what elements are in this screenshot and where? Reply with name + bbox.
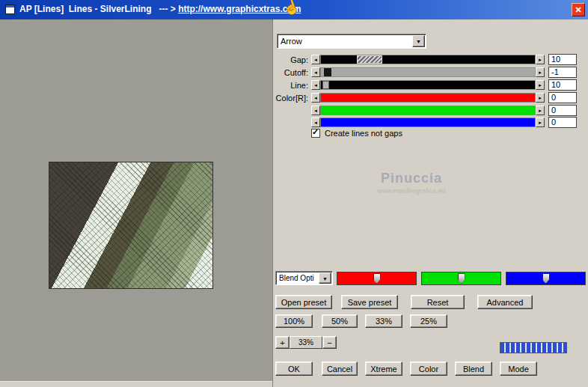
mode-button[interactable]: Mode [500,362,537,376]
progress-meter [500,342,567,353]
open-preset-button[interactable]: Open preset [275,295,332,309]
zoom-in-button[interactable]: + [275,336,290,349]
watermark-name: Pinuccia [329,171,494,186]
color-r-left-arrow-button[interactable]: ◄ [311,93,320,103]
line-slider-track[interactable] [320,80,536,90]
cancel-button[interactable]: Cancel [322,362,358,376]
color-g-left-arrow-button[interactable]: ◄ [311,106,320,115]
dialog-bottom-frame [0,381,272,387]
color-r-slider-track[interactable] [320,93,536,103]
shape-dropdown[interactable]: Arrow ▼ [277,34,426,49]
create-lines-checkbox[interactable]: ✓ [311,129,320,138]
slider-row-color-r: Color[R]: ◄ ► 0 [272,93,579,103]
line-right-arrow-button[interactable]: ► [536,80,545,90]
zoom-33-button[interactable]: 33% [365,314,402,328]
zoom-25-button[interactable]: 25% [410,314,447,328]
line-slider-thumb[interactable] [322,81,329,89]
xtreme-button[interactable]: Xtreme [365,362,402,376]
preview-panel [0,19,272,381]
color-g-value-field[interactable]: 0 [548,105,577,116]
gap-slider-track[interactable] [320,55,536,64]
slider-row-gap: Gap: ◄ ► 10 [272,55,579,65]
color-b-right-arrow-button[interactable]: ► [536,118,545,127]
hand-cursor-icon: ☝ [281,0,301,18]
cutoff-value-field[interactable]: -1 [548,67,577,78]
line-slider-label: Line: [272,81,308,90]
blend-options-dropdown[interactable]: Blend Opti ▼ [275,271,333,285]
shape-dropdown-value: Arrow [281,37,302,46]
zoom-level-display: 33% [290,336,322,349]
blend-button[interactable]: Blend [455,362,492,376]
chevron-down-icon[interactable]: ▼ [319,272,331,284]
red-channel-slider-thumb[interactable] [373,273,381,284]
app-icon [5,4,15,14]
zoom-50-button[interactable]: 50% [322,314,358,328]
chevron-down-icon[interactable]: ▼ [412,35,425,47]
blue-channel-bar[interactable] [506,272,586,285]
cutoff-left-arrow-button[interactable]: ◄ [311,67,320,77]
gap-slider-label: Gap: [272,55,308,64]
advanced-button[interactable]: Advanced [477,295,533,309]
line-left-arrow-button[interactable]: ◄ [311,80,320,90]
zoom-out-button[interactable]: − [322,336,337,349]
blend-options-dropdown-value: Blend Opti [279,274,314,282]
image-preview[interactable] [49,162,213,289]
color-button[interactable]: Color [410,362,447,376]
color-b-left-arrow-button[interactable]: ◄ [311,118,320,127]
gap-slider-thumb[interactable] [357,55,382,64]
color-r-value-field[interactable]: 0 [548,92,577,103]
gap-right-arrow-button[interactable]: ► [536,55,545,64]
color-r-right-arrow-button[interactable]: ► [536,93,545,103]
color-g-right-arrow-button[interactable]: ► [536,106,545,115]
create-lines-checkbox-label: Create lines not gaps [325,129,402,138]
checkmark-icon: ✓ [312,127,319,137]
window-title: AP [Lines] Lines - SilverLining --- > ht… [19,4,301,14]
slider-row-color-b: ◄ ► 0 [272,118,579,128]
gap-left-arrow-button[interactable]: ◄ [311,55,320,64]
watermark-site: www.maidiregrafica.eu [329,187,494,195]
red-channel-bar[interactable] [337,272,417,285]
cutoff-slider-track[interactable] [320,67,536,77]
close-button[interactable]: ✕ [572,3,585,16]
line-value-field[interactable]: 10 [548,79,577,91]
color-g-slider-track[interactable] [320,106,536,115]
cutoff-slider-label: Cutoff: [272,68,308,77]
slider-row-cutoff: Cutoff: ◄ ► -1 [272,67,579,78]
zoom-100-button[interactable]: 100% [275,314,313,328]
plugin-dialog-window: AP [Lines] Lines - SilverLining --- > ht… [0,0,588,387]
cutoff-right-arrow-button[interactable]: ► [536,67,545,77]
ok-button[interactable]: OK [275,362,313,376]
color-b-slider-track[interactable] [320,118,536,127]
cutoff-slider-thumb[interactable] [324,68,331,76]
titlebar[interactable]: AP [Lines] Lines - SilverLining --- > ht… [0,0,588,19]
reset-button[interactable]: Reset [411,295,465,309]
window-title-text: AP [Lines] Lines - SilverLining --- > [19,4,178,14]
color-r-slider-label: Color[R]: [272,94,308,103]
green-channel-bar[interactable] [421,272,501,285]
save-preset-button[interactable]: Save preset [341,295,398,309]
color-b-value-field[interactable]: 0 [548,117,577,128]
blue-channel-slider-thumb[interactable] [542,273,550,284]
slider-row-color-g: ◄ ► 0 [272,106,579,116]
green-channel-slider-thumb[interactable] [458,273,465,284]
gap-value-field[interactable]: 10 [548,54,577,65]
slider-row-line: Line: ◄ ► 10 [272,80,579,91]
